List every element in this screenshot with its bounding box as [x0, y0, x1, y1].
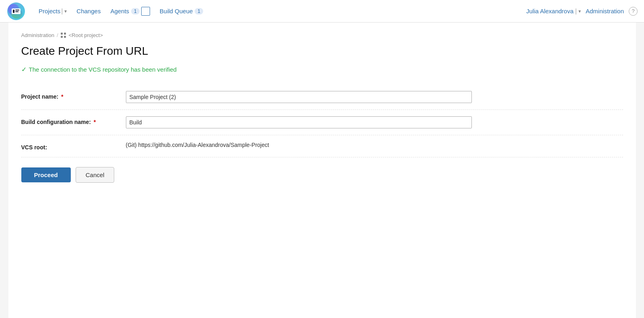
build-config-required: * [94, 119, 96, 125]
running-builds-icon[interactable] [141, 7, 150, 16]
create-project-form: Project name: * Build configuration name… [21, 85, 623, 183]
nav-build-queue[interactable]: Build Queue 1 [155, 0, 208, 23]
build-config-row: Build configuration name: * [21, 110, 623, 135]
proceed-button[interactable]: Proceed [21, 167, 71, 182]
form-actions: Proceed Cancel [21, 157, 623, 183]
agents-badge: 1 [131, 8, 140, 14]
svg-rect-6 [15, 11, 19, 12]
root-project-grid-icon [61, 33, 66, 38]
page-title: Create Project From URL [21, 45, 623, 58]
vcs-root-value: (Git) https://github.com/Julia-Alexandro… [126, 139, 269, 148]
nav-agents[interactable]: Agents 1 [105, 0, 154, 23]
top-navigation: Projects | ▾ Changes Agents 1 Build Queu… [0, 0, 644, 23]
nav-changes[interactable]: Changes [72, 0, 105, 23]
project-name-row: Project name: * [21, 85, 623, 110]
vcs-root-label: VCS root: [21, 142, 126, 151]
project-name-label: Project name: * [21, 91, 126, 100]
page-content: Administration / <Root project> Create P… [8, 23, 636, 318]
check-icon: ✓ [21, 66, 27, 73]
nav-user[interactable]: Julia Alexandrova | ▾ [526, 8, 581, 15]
build-config-field [126, 116, 623, 128]
nav-links: Projects | ▾ Changes Agents 1 Build Queu… [34, 0, 526, 23]
projects-dropdown-icon[interactable]: ▾ [64, 8, 67, 14]
vcs-root-field: (Git) https://github.com/Julia-Alexandro… [126, 142, 623, 148]
success-message: ✓ The connection to the VCS repository h… [21, 66, 623, 73]
nav-administration[interactable]: Administration [586, 8, 624, 14]
nav-separator: | [61, 8, 63, 15]
breadcrumb-root-project[interactable]: <Root project> [69, 32, 103, 38]
project-name-input[interactable] [126, 91, 472, 103]
build-queue-badge: 1 [195, 8, 203, 14]
project-name-required: * [61, 93, 63, 100]
vcs-root-row: VCS root: (Git) https://github.com/Julia… [21, 135, 623, 157]
breadcrumb: Administration / <Root project> [21, 32, 623, 38]
nav-right: Julia Alexandrova | ▾ Administration ? [526, 7, 638, 16]
breadcrumb-admin-link[interactable]: Administration [21, 32, 54, 38]
svg-rect-4 [13, 10, 14, 13]
build-config-input[interactable] [126, 116, 472, 128]
help-button[interactable]: ? [629, 7, 638, 16]
breadcrumb-separator: / [57, 32, 58, 38]
build-config-label: Build configuration name: * [21, 116, 126, 125]
svg-rect-5 [15, 10, 19, 10]
nav-projects[interactable]: Projects | ▾ [34, 0, 72, 23]
user-dropdown-icon[interactable]: ▾ [578, 8, 581, 14]
cancel-button[interactable]: Cancel [76, 167, 115, 183]
teamcity-logo[interactable] [6, 2, 26, 21]
project-name-field [126, 91, 623, 103]
